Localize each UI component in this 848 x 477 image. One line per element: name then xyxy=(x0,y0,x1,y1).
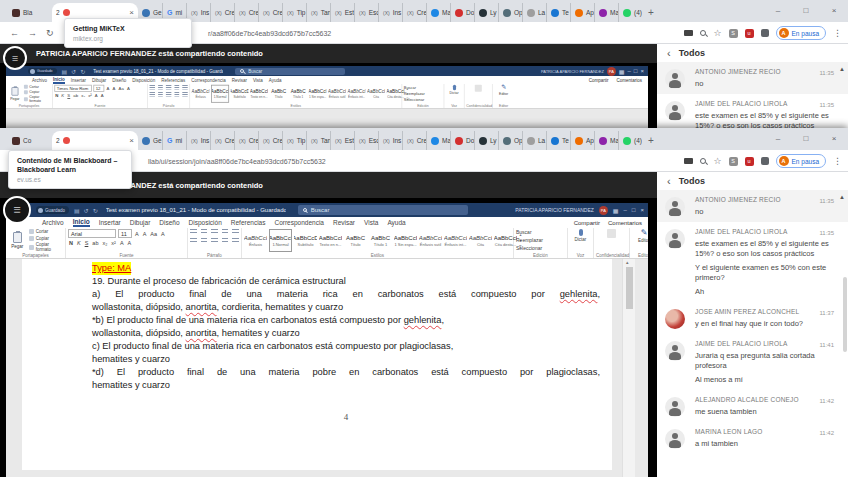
close-button[interactable]: × xyxy=(820,128,848,148)
font-format-button-0[interactable]: N xyxy=(68,240,74,246)
style-tile-8[interactable]: AaBbCcIÉnfasis int... xyxy=(444,229,467,252)
new-tab-button[interactable]: + xyxy=(648,7,654,18)
url-text[interactable]: llab/ui/session/join/aa8ff06de7bc4eab93d… xyxy=(148,157,326,164)
font-format-button-7[interactable]: A xyxy=(100,93,104,98)
ribbon-tab-7[interactable]: Correspondencia xyxy=(191,78,225,83)
camera-icon[interactable] xyxy=(684,158,693,164)
scrollbar-up-icon[interactable]: ▴ xyxy=(626,259,629,265)
paragraph-tool-icon[interactable] xyxy=(166,85,171,90)
word-maximize-button[interactable]: □ xyxy=(634,68,638,74)
font-format-button-2[interactable]: S xyxy=(84,240,90,246)
tab-11[interactable]: (X)Cre xyxy=(402,131,426,150)
ribbon-tab-6[interactable]: Referencias xyxy=(161,78,185,83)
font-tool-icon-1[interactable]: A xyxy=(142,231,148,237)
font-tool-icon-3[interactable]: A xyxy=(126,86,130,91)
font-tool-icon-2[interactable]: Aa xyxy=(149,231,158,237)
style-tile-0[interactable]: AaBbCcIÉnfasis xyxy=(244,229,267,252)
word-maximize-button[interactable]: □ xyxy=(632,207,636,213)
tab-12[interactable]: Ma xyxy=(426,131,450,150)
back-icon[interactable]: ← xyxy=(10,28,19,38)
style-tile-8[interactable]: AaBbCcIÉnfasis int... xyxy=(348,85,366,103)
autosave-toggle[interactable]: Guardado xyxy=(36,206,69,214)
tab-16[interactable]: La xyxy=(522,131,546,150)
tab-14[interactable]: Ly xyxy=(474,3,498,22)
camera-icon[interactable] xyxy=(684,30,693,36)
tab-2[interactable]: (X)Ins xyxy=(186,131,210,150)
tab-18[interactable]: Ap xyxy=(570,131,594,150)
ribbon-tab-1[interactable]: Inicio xyxy=(73,218,90,227)
chat-back-icon[interactable]: ‹ xyxy=(667,47,671,59)
session-menu-button[interactable]: ≡ xyxy=(3,196,31,224)
editing-item-2[interactable]: Seleccionar xyxy=(516,245,565,251)
tab-9[interactable]: (X)Esc xyxy=(354,131,378,150)
style-tile-1[interactable]: AaBbCcI1.Normal xyxy=(269,229,292,252)
clipboard-item-1[interactable]: Copiar xyxy=(24,90,51,94)
ribbon-tab-7[interactable]: Correspondencia xyxy=(274,219,324,226)
editor-button[interactable]: Editor xyxy=(638,238,648,243)
tab-13[interactable]: Do xyxy=(450,3,474,22)
save-icon[interactable]: ▤ xyxy=(62,68,68,75)
undo-icon[interactable]: ↺ xyxy=(84,207,89,214)
tab-4[interactable]: (X)Cre xyxy=(234,3,258,22)
tab-5[interactable]: (X)Cre xyxy=(258,3,282,22)
comments-button[interactable]: Comentarios xyxy=(616,78,642,83)
ribbon-display-options-icon[interactable]: ▦ xyxy=(613,207,619,214)
paragraph-tool-icon[interactable] xyxy=(183,92,188,97)
font-tool-icon-0[interactable]: A xyxy=(106,86,110,91)
ribbon-tab-10[interactable]: Ayuda xyxy=(269,78,282,83)
tab-blackboard[interactable]: Bla xyxy=(8,3,52,22)
reload-icon[interactable]: ↻ xyxy=(46,28,54,38)
ribbon-tab-0[interactable]: Archivo xyxy=(32,78,47,83)
extensions-icon[interactable] xyxy=(761,157,769,165)
tab-3[interactable]: (X)Cre xyxy=(210,3,234,22)
paragraph-tool-icon[interactable] xyxy=(222,229,229,235)
tab-20[interactable]: (4) xyxy=(618,3,642,22)
extensions-icon[interactable] xyxy=(761,29,769,37)
editing-item-1[interactable]: Reemplazar xyxy=(404,91,442,96)
font-size-select[interactable]: 12 xyxy=(93,85,104,92)
paragraph-tool-icon[interactable] xyxy=(166,92,171,97)
tab-15[interactable]: Op xyxy=(498,3,522,22)
paragraph-tool-icon[interactable] xyxy=(201,229,208,235)
paragraph-tool-icon[interactable] xyxy=(211,238,218,244)
paragraph-tool-icon[interactable] xyxy=(174,92,179,97)
dictate-button[interactable]: Dictar xyxy=(575,237,587,242)
editing-item-0[interactable]: Buscar xyxy=(516,229,565,235)
tab-blackboard[interactable]: Co xyxy=(8,131,52,150)
font-format-button-6[interactable]: A xyxy=(119,240,125,246)
editing-item-1[interactable]: Reemplazar xyxy=(516,237,565,243)
tab-15[interactable]: Op xyxy=(498,131,522,150)
tab-7[interactable]: (X)Tan xyxy=(306,3,330,22)
chat-back-icon[interactable]: ‹ xyxy=(667,175,671,187)
style-tile-9[interactable]: AaBbCcICita xyxy=(469,229,492,252)
forward-icon[interactable]: → xyxy=(28,28,37,38)
style-tile-2[interactable]: AaBbCcDSubtítulo xyxy=(294,229,317,252)
style-tile-2[interactable]: AaBbCcDSubtítulo xyxy=(231,85,249,103)
font-format-button-2[interactable]: S xyxy=(67,93,71,98)
tab-12[interactable]: Ma xyxy=(426,3,450,22)
tab-5[interactable]: (X)Cre xyxy=(258,131,282,150)
font-format-button-7[interactable]: A xyxy=(127,240,133,246)
tab-active-session[interactable]: 2× xyxy=(52,131,138,150)
clipboard-item-1[interactable]: Copiar xyxy=(29,236,63,241)
editor-button[interactable]: Editor xyxy=(499,92,508,96)
font-format-button-1[interactable]: K xyxy=(61,93,65,98)
ribbon-tab-8[interactable]: Revisar xyxy=(333,219,355,226)
ribbon-tab-2[interactable]: Insertar xyxy=(71,78,86,83)
font-size-select[interactable]: 11 xyxy=(118,229,132,238)
chat-scroll-up-icon[interactable]: ▲ xyxy=(839,66,845,72)
style-tile-3[interactable]: AaBbCcITexto en n... xyxy=(319,229,342,252)
tab-19[interactable]: Ma xyxy=(594,131,618,150)
maximize-button[interactable]: □ xyxy=(792,0,820,20)
autosave-toggle[interactable]: Guardado xyxy=(28,68,57,74)
paragraph-tool-icon[interactable] xyxy=(150,92,155,97)
style-tile-7[interactable]: AaBbCcIÉnfasis sutil xyxy=(328,85,346,103)
font-format-button-1[interactable]: K xyxy=(76,240,82,246)
extension-badge-1[interactable]: u xyxy=(745,29,754,38)
profile-sync-pill[interactable]: AEn pausa xyxy=(776,154,826,168)
tab-3[interactable]: (X)Cre xyxy=(210,131,234,150)
style-tile-3[interactable]: AaBbCcITexto en n... xyxy=(250,85,268,103)
font-format-button-3[interactable]: ab xyxy=(73,93,79,98)
tab-11[interactable]: (X)Cre xyxy=(402,3,426,22)
clipboard-item-0[interactable]: Cortar xyxy=(29,229,63,234)
